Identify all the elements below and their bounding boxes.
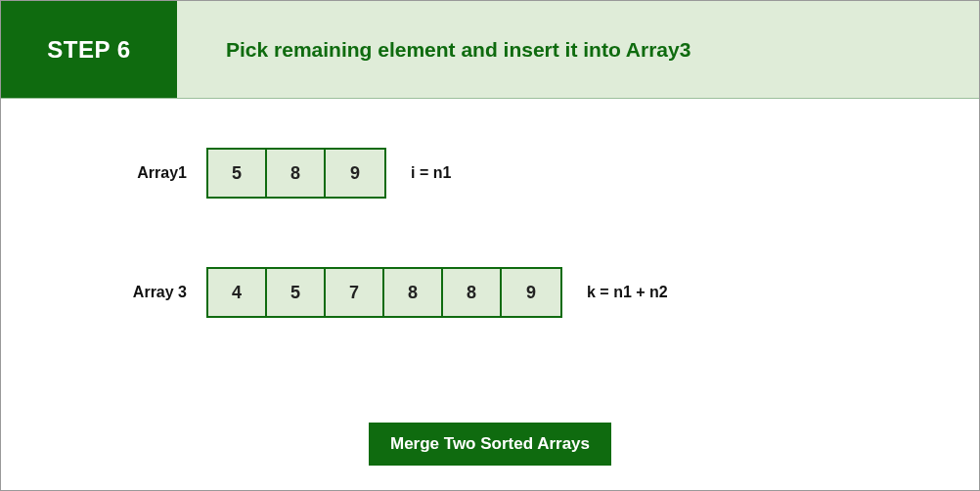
array3-cell: 5 [267, 269, 326, 316]
header: STEP 6 Pick remaining element and insert… [1, 1, 979, 99]
array3-cell: 9 [502, 269, 560, 316]
array1-cell: 5 [208, 150, 267, 197]
merge-button[interactable]: Merge Two Sorted Arrays [369, 423, 611, 466]
array1-note: i = n1 [411, 164, 451, 182]
step-title-text: Pick remaining element and insert it int… [226, 38, 690, 62]
step-badge: STEP 6 [1, 1, 177, 98]
array3-cell: 7 [326, 269, 384, 316]
bottom-button-wrap: Merge Two Sorted Arrays [1, 423, 979, 466]
array3-cell: 8 [384, 269, 443, 316]
array3-row: Array 3 4 5 7 8 8 9 k = n1 + n2 [109, 267, 871, 318]
content-area: Array1 5 8 9 i = n1 Array 3 4 5 7 8 8 9 … [1, 99, 979, 318]
array1-row: Array1 5 8 9 i = n1 [109, 148, 871, 199]
step-number-label: STEP 6 [47, 36, 130, 64]
array3-label: Array 3 [109, 284, 206, 301]
array1-cell: 8 [267, 150, 326, 197]
array3-cells: 4 5 7 8 8 9 [206, 267, 562, 318]
step-title: Pick remaining element and insert it int… [177, 1, 979, 98]
diagram-frame: STEP 6 Pick remaining element and insert… [0, 0, 980, 491]
array1-cell: 9 [326, 150, 384, 197]
array3-note: k = n1 + n2 [587, 284, 668, 301]
array3-cell: 8 [443, 269, 502, 316]
array1-cells: 5 8 9 [206, 148, 386, 199]
array3-cell: 4 [208, 269, 267, 316]
array1-label: Array1 [109, 164, 206, 182]
